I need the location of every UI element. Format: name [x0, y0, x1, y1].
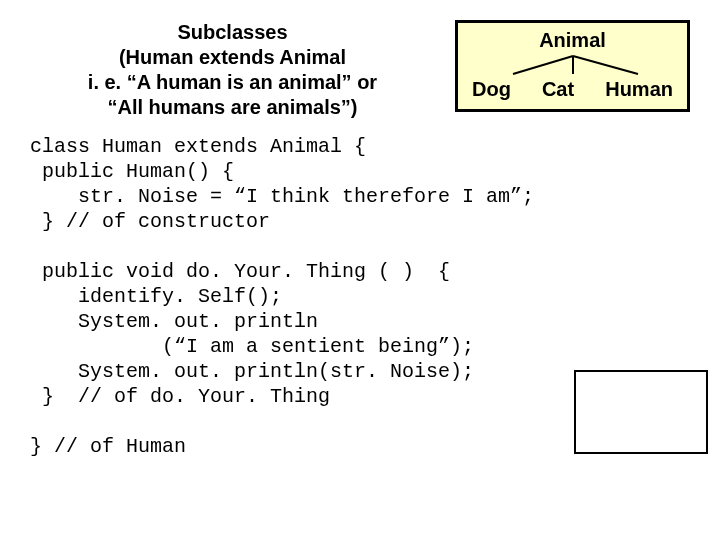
class-hierarchy-diagram: Animal Dog Cat Human: [455, 20, 690, 112]
diagram-child-cat: Cat: [542, 78, 574, 101]
code-line: } // of constructor: [30, 210, 270, 233]
title-line-3: i. e. “A human is an animal” or: [30, 70, 435, 95]
svg-line-2: [573, 56, 638, 74]
code-line: } // of Human: [30, 435, 186, 458]
title-line-4: “All humans are animals”): [30, 95, 435, 120]
svg-line-0: [513, 56, 573, 74]
code-line: public void do. Your. Thing ( ) {: [30, 260, 450, 283]
code-line: } // of do. Your. Thing: [30, 385, 330, 408]
title-line-2: (Human extends Animal: [30, 45, 435, 70]
tree-branches-icon: [483, 54, 663, 76]
title-block: Subclasses (Human extends Animal i. e. “…: [30, 20, 435, 120]
header-row: Subclasses (Human extends Animal i. e. “…: [30, 20, 690, 120]
code-line: System. out. println(str. Noise);: [30, 360, 474, 383]
code-line: identify. Self();: [30, 285, 282, 308]
diagram-child-dog: Dog: [472, 78, 511, 101]
code-line: class Human extends Animal {: [30, 135, 366, 158]
diagram-child-human: Human: [605, 78, 673, 101]
code-line: System. out. println: [30, 310, 318, 333]
code-line: (“I am a sentient being”);: [30, 335, 474, 358]
empty-box: [574, 370, 708, 454]
title-line-1: Subclasses: [30, 20, 435, 45]
code-line: public Human() {: [30, 160, 234, 183]
diagram-parent-node: Animal: [472, 29, 673, 52]
code-line: str. Noise = “I think therefore I am”;: [30, 185, 534, 208]
diagram-children-row: Dog Cat Human: [472, 78, 673, 101]
